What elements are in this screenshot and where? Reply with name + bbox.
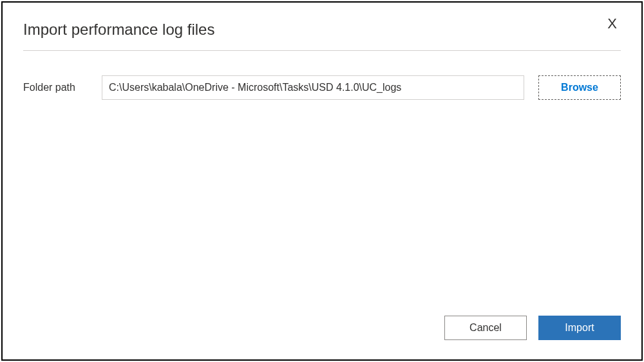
- dialog-header: Import performance log files X: [3, 3, 641, 39]
- dialog-title: Import performance log files: [23, 21, 214, 39]
- folder-path-row: Folder path Browse: [3, 51, 641, 100]
- close-icon[interactable]: X: [603, 15, 621, 32]
- dialog-footer: Cancel Import: [444, 316, 621, 340]
- browse-button[interactable]: Browse: [538, 75, 621, 100]
- cancel-button[interactable]: Cancel: [444, 316, 527, 340]
- import-button[interactable]: Import: [538, 316, 621, 340]
- folder-path-label: Folder path: [23, 82, 88, 93]
- folder-path-input[interactable]: [102, 75, 524, 100]
- import-dialog: Import performance log files X Folder pa…: [1, 1, 643, 361]
